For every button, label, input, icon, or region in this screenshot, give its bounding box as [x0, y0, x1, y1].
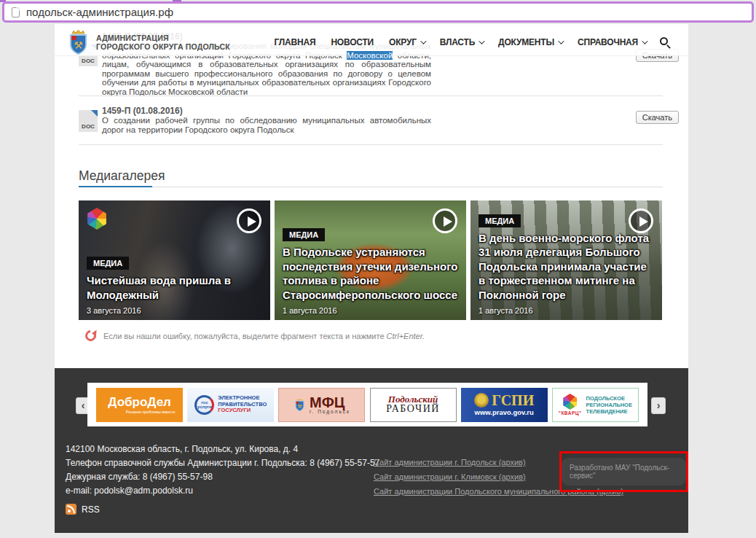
gspi-eagle-icon — [474, 393, 489, 408]
media-card-title[interactable]: В Подольске устраняются последствия утеч… — [283, 245, 460, 302]
address-line: 142100 Московская область, г. Подольск, … — [66, 443, 379, 456]
nav-item-dokumenty[interactable]: ДОКУМЕНТЫ — [498, 37, 562, 47]
title-underline — [79, 186, 152, 187]
card-overlay: МЕДИА В день военно-морского флота 31 ию… — [479, 214, 656, 316]
doc-file-icon: DOC — [79, 110, 98, 132]
chevron-down-icon — [558, 38, 564, 44]
media-card-date: 1 августа 2016 — [283, 306, 460, 315]
play-icon[interactable] — [237, 208, 261, 233]
org-name: АДМИНИСТРАЦИЯ ГОРОДСКОГО ОКРУГА ПОДОЛЬСК — [96, 34, 230, 51]
orphus-shortcut: Ctrl+Enter. — [387, 332, 425, 340]
media-card-title[interactable]: Чистейшая вода пришла в Молодежный — [87, 273, 261, 302]
logo[interactable]: ⚒ АДМИНИСТРАЦИЯ ГОРОДСКОГО ОКРУГА ПОДОЛЬ… — [66, 29, 230, 55]
media-badge: МЕДИА — [283, 228, 325, 241]
svg-text:⚒: ⚒ — [297, 403, 302, 410]
nav-item-spravochnaya[interactable]: СПРАВОЧНАЯ — [578, 37, 646, 47]
nav-item-glavnaya[interactable]: ГЛАВНАЯ — [275, 37, 316, 47]
orphus-text: Если вы нашли ошибку, пожалуйста, выдели… — [103, 332, 385, 340]
media-badge: МЕДИА — [479, 214, 521, 227]
media-card[interactable]: МЕДИА В день военно-морского флота 31 ию… — [470, 200, 662, 320]
media-badge: МЕДИА — [87, 257, 129, 270]
card-overlay: МЕДИА В Подольске устраняются последстви… — [283, 227, 460, 315]
developer-credit[interactable]: Разработано МАУ "Подольск-сервис" — [562, 458, 686, 486]
media-card-date: 1 августа 2016 — [479, 306, 656, 315]
media-gallery-title[interactable]: Медиагалерея — [79, 168, 165, 184]
carousel-next-button[interactable]: › — [651, 397, 666, 414]
main-navigation: ГЛАВНАЯ НОВОСТИ ОКРУГ ВЛАСТЬ ДОКУМЕНТЫ С… — [275, 29, 646, 55]
nav-item-okrug[interactable]: ОКРУГ — [389, 37, 425, 47]
search-icon[interactable] — [660, 37, 671, 48]
download-button[interactable]: Скачать — [636, 111, 679, 124]
browser-url-bar[interactable]: подольск-администрация.рф — [2, 1, 754, 23]
svg-text:⚒: ⚒ — [74, 39, 83, 51]
kvarts-tv-logo-icon — [86, 208, 108, 230]
divider — [79, 187, 663, 187]
divider — [79, 144, 663, 145]
mfc-emblem-icon: ⚒ — [294, 397, 306, 413]
rss-link[interactable]: RSS — [66, 504, 100, 515]
document-description: О создании рабочей группы по обследовани… — [102, 116, 431, 134]
gosuslugi-logo-icon: гос услуги — [194, 395, 214, 415]
kvarts-gem-icon — [562, 394, 578, 410]
partner-gspi[interactable]: ГСПИ www.pravo.gov.ru — [461, 388, 548, 422]
media-card-date: 3 августа 2016 — [87, 306, 264, 315]
media-card[interactable]: МЕДИА Чистейшая вода пришла в Молодежный… — [79, 200, 270, 320]
address-line: e-mail: podolsk@adm.podolsk.ru — [66, 484, 379, 498]
orphus-refresh-icon[interactable] — [83, 328, 98, 343]
annotation-highlight-box: Разработано МАУ "Подольск-сервис" — [559, 451, 688, 492]
partner-mfc[interactable]: ⚒ МФЦ г. Подольск — [278, 388, 365, 422]
rss-icon — [66, 504, 76, 515]
address-line: Телефон справочной службы Администрации … — [66, 456, 379, 470]
card-overlay: МЕДИА Чистейшая вода пришла в Молодежный… — [87, 256, 264, 315]
partner-podolsky-rabochy[interactable]: Подольский РАБОЧИЙ — [370, 388, 457, 422]
partner-logo-carousel: ДоброДел Решаем проблемы вместе гос услу… — [87, 383, 647, 426]
coat-of-arms-icon: ⚒ — [66, 29, 90, 55]
partner-dobrodel[interactable]: ДоброДел Решаем проблемы вместе — [96, 388, 183, 422]
chevron-down-icon — [479, 38, 484, 44]
document-number[interactable]: 1459-П (01.08.2016) — [102, 106, 183, 116]
media-card[interactable]: МЕДИА В Подольске устраняются последстви… — [275, 200, 466, 320]
page-icon — [12, 7, 20, 17]
chevron-down-icon — [420, 38, 426, 44]
main-content: 1465-П (01.08.2016) DOC О мерах материал… — [55, 24, 688, 368]
chevron-down-icon — [642, 38, 647, 44]
footer: ‹ ДоброДел Решаем проблемы вместе гос ус… — [55, 368, 688, 533]
nav-item-novosti[interactable]: НОВОСТИ — [331, 37, 374, 47]
footer-address: 142100 Московская область, г. Подольск, … — [66, 443, 379, 498]
url-text[interactable]: подольск-администрация.рф — [26, 6, 173, 18]
page-column: 1465-П (01.08.2016) DOC О мерах материал… — [55, 24, 688, 533]
media-card-title[interactable]: В день военно-морского флота 31 июля дел… — [479, 231, 656, 303]
nav-item-vlast[interactable]: ВЛАСТЬ — [440, 37, 483, 47]
divider — [79, 95, 663, 96]
address-line: Дежурная служба: 8 (4967) 55-57-98 — [66, 470, 379, 484]
partner-gosuslugi[interactable]: гос услуги ЭЛЕКТРОННОЕ ПРАВИТЕЛЬСТВО ГОС… — [187, 388, 274, 422]
partner-kvarts-tv[interactable]: "КВАРЦ" ПОДОЛЬСКОЕ РЕГИОНАЛЬНОЕ ТЕЛЕВИДЕ… — [552, 388, 639, 422]
error-report-note: Если вы нашли ошибку, пожалуйста, выдели… — [85, 330, 425, 341]
media-cards-row: МЕДИА Чистейшая вода пришла в Молодежный… — [79, 200, 663, 320]
text-selection-highlight: Московской — [347, 51, 393, 60]
